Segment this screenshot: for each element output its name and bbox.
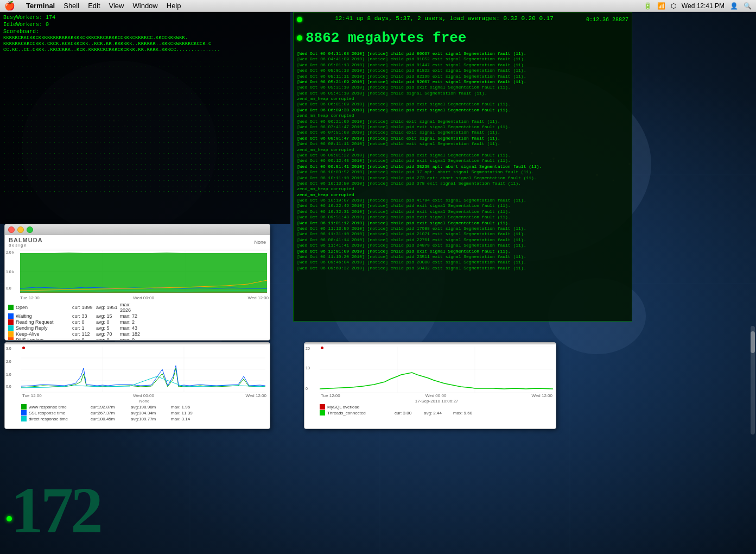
- scrollbar-thumb[interactable]: [751, 331, 755, 353]
- resp-y-label-0: 0.0: [6, 385, 11, 388]
- legend-cur: cur: 33: [72, 313, 94, 319]
- svg-text:· · · · · · · · · · · · · · · : · · · · · · · · · · · · · · · · · · · · …: [3, 92, 285, 96]
- svg-text:· · · · · · · · · · · · · · · : · · · · · · · · · · · · · · · · · · · · …: [3, 168, 285, 172]
- legend-max: max: 43: [120, 325, 142, 331]
- menu-user-icon: 👤: [730, 2, 738, 10]
- svg-text:· · · · · · · · · · · · · · · : · · · · · · · · · · · · · · · · · · · · …: [3, 75, 285, 80]
- balmuda-logo: BALMUDA: [9, 237, 73, 243]
- log-line: [Wed Oct 06 11:31:10 2010] [notice] chil…: [297, 231, 628, 237]
- legend-label: Waiting: [16, 313, 70, 319]
- mysql-alert-dot: [321, 347, 323, 349]
- log-line: [Wed Oct 06 08:01:47 2010] [notice] chil…: [297, 136, 628, 141]
- terminal-line-idle: IdleWorkers: 0: [3, 21, 287, 28]
- legend-avg: avg: 5: [96, 325, 118, 331]
- resp-legend-avg: avg:109.77m: [131, 417, 169, 421]
- mysql-window[interactable]: 20 10 0 Tue 12:00 Wed 00:00 Wed 12:00 17…: [304, 342, 556, 429]
- legend-avg: avg: 0: [96, 337, 118, 341]
- green-dot-2: [297, 35, 302, 41]
- legend-cur: cur: 112: [72, 331, 94, 337]
- green-dot-bottom: [7, 516, 12, 521]
- menu-time: Wed 12:41 PM: [682, 2, 725, 10]
- menu-item-terminal[interactable]: Terminal: [26, 2, 55, 10]
- legend-color-box: [8, 313, 14, 319]
- resp-legend-rows: www response time cur:192.87m avg:198.98…: [21, 404, 268, 421]
- svg-text:· · · · · · · · · · · · · · · : · · · · · · · · · · · · · · · · · · · · …: [3, 103, 285, 107]
- log-line: [Wed Oct 06 10:03:52 2010] [notice] chil…: [297, 169, 628, 175]
- resp-time-labels: Tue 12:00 Wed 00:00 Wed 12:00: [21, 393, 268, 398]
- log-line: [Wed Oct 06 05:31:10 2010] [notice] chil…: [297, 85, 628, 90]
- mysql-y-label-20: 20: [306, 347, 310, 350]
- log-line: [Wed Oct 06 10:32:31 2010] [notice] chil…: [297, 209, 628, 215]
- svg-text:· · · · · · · · · · · · · · · : · · · · · · · · · · · · · · · · · · · · …: [3, 130, 285, 134]
- log-line: [Wed Oct 06 10:13:50 2010] [notice] chil…: [297, 181, 628, 186]
- log-line: [Wed Oct 06 05:11:11 2010] [notice] chil…: [297, 74, 628, 79]
- log-line: [Wed Oct 06 05:41:10 2010] [notice] chil…: [297, 91, 628, 96]
- apache-time-labels: Tue 12:00 Wed 00:00 Wed 12:00: [5, 295, 270, 300]
- system-uptime: 12:41 up 8 days, 5:37, 2 users, load ave…: [335, 15, 554, 23]
- y-label-mid: 1.0 k: [6, 270, 14, 274]
- legend-label: Open: [16, 305, 70, 310]
- scrollbar-track[interactable]: [751, 326, 755, 435]
- legend-label: DNS Lookup: [16, 337, 70, 341]
- legend-max: max: 182: [120, 331, 142, 337]
- resp-legend-avg: avg:304.34m: [131, 411, 169, 415]
- svg-text:· · · · · · · · · · · · · · · : · · · · · · · · · · · · · · · · · · · · …: [3, 119, 285, 123]
- resp-legend-cur: cur:180.45m: [91, 417, 129, 421]
- mysql-date-label: 17-Sep-2010 10:06:27: [320, 399, 554, 404]
- response-time-window[interactable]: 3.0 2.0 1.0 0.0 Tue 12:00 Wed 00:00 Wed …: [4, 342, 270, 429]
- menu-item-window[interactable]: Window: [133, 2, 158, 10]
- legend-avg: avg: 1951: [96, 305, 118, 310]
- legend-avg: avg: 0: [96, 319, 118, 325]
- apache-legend-item: Keep-Alive cur: 112 avg: 70 max: 182: [8, 331, 266, 337]
- log-line: zend_mm_heap corrupted: [297, 186, 628, 192]
- mysql-legend-item: MySQL overload: [320, 404, 554, 410]
- log-line: [Wed Oct 06 10:19:07 2010] [notice] chil…: [297, 198, 628, 203]
- menu-item-shell[interactable]: Shell: [63, 2, 79, 10]
- svg-text:· · · · · · · · · · · · · · · : · · · · · · · · · · · · · · · · · · · · …: [3, 190, 285, 194]
- mysql-legend-color: [320, 410, 325, 415]
- mysql-y-label-0: 0: [306, 387, 308, 391]
- legend-none-label: None: [75, 240, 269, 245]
- legend-color-box: [8, 325, 14, 331]
- resp-legend-cur: cur:267.37m: [91, 411, 129, 415]
- resp-legend-item: www response time cur:192.87m avg:198.98…: [21, 404, 268, 410]
- legend-cur: cur: 1: [72, 325, 94, 331]
- log-line: zend_mm_heap corrupted: [297, 192, 628, 198]
- legend-color-box: [8, 337, 14, 341]
- apple-menu[interactable]: 🍎: [4, 1, 15, 11]
- menu-item-help[interactable]: Help: [167, 2, 181, 10]
- legend-label: Sending Reply: [16, 325, 70, 331]
- log-window[interactable]: 12:41 up 8 days, 5:37, 2 users, load ave…: [293, 12, 632, 322]
- legend-label: Keep-Alive: [16, 331, 70, 337]
- resp-legend-label: SSL response time: [29, 411, 88, 415]
- menu-item-edit[interactable]: Edit: [88, 2, 100, 10]
- balmuda-design-text: design: [9, 243, 73, 247]
- svg-text:· · · · · · · · · · · · · · · : · · · · · · · · · · · · · · · · · · · · …: [3, 124, 285, 129]
- log-line: [Wed Oct 06 09:46:04 2010] [notice] chil…: [297, 260, 628, 265]
- maximize-button[interactable]: [27, 226, 33, 233]
- mysql-legend-label: MySQL overload: [327, 405, 392, 410]
- close-button[interactable]: [8, 226, 15, 233]
- legend-max: max: 2: [120, 319, 142, 325]
- mysql-y-label-10: 10: [306, 366, 310, 370]
- svg-text:· · · · · · · · · · · · · · · : · · · · · · · · · · · · · · · · · · · · …: [3, 65, 285, 69]
- svg-text:· · · · · · · · · · · · · · · : · · · · · · · · · · · · · · · · · · · · …: [3, 162, 285, 167]
- terminal-topleft-window[interactable]: BusyWorkers: 174 IdleWorkers: 0 Scoreboa…: [0, 12, 290, 224]
- apache-legend-item: Waiting cur: 33 avg: 15 max: 72: [8, 313, 266, 319]
- mysql-legend-item: Threads_connected cur: 3.00 avg: 2.44 ma…: [320, 410, 554, 415]
- log-line: zend_mm_heap corrupted: [297, 147, 628, 153]
- apache-status-window[interactable]: BALMUDA design None 2.0 k 1.0 k 0.0: [4, 224, 270, 341]
- mysql-legend-avg: avg: 2.44: [424, 411, 451, 415]
- legend-avg: avg: 70: [96, 331, 118, 337]
- resp-legend-max: max: 3.14: [171, 417, 198, 421]
- minimize-button[interactable]: [17, 226, 24, 233]
- resp-legend-max: max: 1.96: [171, 405, 198, 410]
- resp-legend-max: max: 11.39: [171, 411, 198, 415]
- svg-text:· · · · · · · · · · · · · · · : · · · · · · · · · · · · · · · · · · · · …: [3, 179, 285, 183]
- log-line: [Wed Oct 06 06:21:09 2010] [notice] chil…: [297, 119, 628, 124]
- log-line: [Wed Oct 06 10:22:49 2010] [notice] chil…: [297, 203, 628, 209]
- menu-right-area: 🔋 📶 ⬡ Wed 12:41 PM 👤 🔍: [644, 2, 752, 10]
- legend-color-box: [8, 305, 14, 310]
- menu-item-view[interactable]: View: [109, 2, 124, 10]
- log-line: [Wed Oct 06 11:01:12 2010] [notice] chil…: [297, 221, 628, 226]
